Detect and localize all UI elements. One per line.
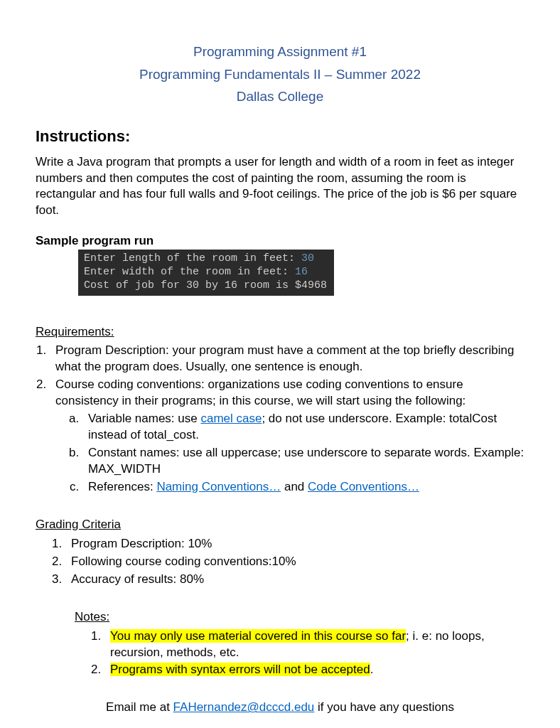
instructions-body: Write a Java program that prompts a user… [36,154,524,220]
document-header: Programming Assignment #1 Programming Fu… [36,43,524,106]
notes-item-2: Programs with syntax errors will not be … [104,662,524,678]
header-course-title: Programming Fundamentals II – Summer 202… [36,65,524,84]
grading-item-3: Accuracy of results: 80% [65,572,524,588]
camel-case-link[interactable]: camel case [200,412,262,425]
console-output: Enter length of the room in feet: 30 Ent… [78,250,334,295]
grading-item-1: Program Description: 10% [65,536,524,552]
grading-heading: Grading Criteria [36,517,524,533]
sample-run-heading: Sample program run [36,233,524,250]
requirements-sublist: Variable names: use camel case; do not u… [82,411,524,496]
grading-list: Program Description: 10% Following cours… [65,536,524,588]
requirement-sub-a: Variable names: use camel case; do not u… [82,411,524,444]
console-line-1: Enter length of the room in feet: 30 [84,252,328,266]
notes-heading: Notes: [75,609,524,626]
header-assignment-title: Programming Assignment #1 [36,43,524,61]
email-link[interactable]: FAHernandez@dcccd.edu [173,700,315,714]
requirement-sub-c: References: Naming Conventions… and Code… [82,479,524,496]
instructions-heading: Instructions: [36,126,524,147]
requirements-heading: Requirements: [36,324,524,341]
code-conventions-link[interactable]: Code Conventions… [308,480,419,493]
requirement-item-2: Course coding conventions: organizations… [50,377,524,496]
notes-item-1: You may only use material covered in thi… [104,628,524,661]
requirements-list: Program Description: your program must h… [50,343,524,495]
console-line-3: Cost of job for 30 by 16 room is $4968 [84,279,328,293]
naming-conventions-link[interactable]: Naming Conventions… [156,480,281,493]
footer-contact: Email me at FAHernandez@dcccd.edu if you… [36,700,524,716]
console-line-2: Enter width of the room in feet: 16 [84,266,328,279]
requirement-sub-b: Constant names: use all uppercase; use u… [82,445,524,478]
notes-list: You may only use material covered in thi… [104,628,524,679]
grading-item-2: Following course coding conventions:10% [65,554,524,570]
header-institution: Dallas College [36,87,524,106]
requirement-item-1: Program Description: your program must h… [50,343,524,375]
notes-section: Notes: You may only use material covered… [75,609,524,679]
